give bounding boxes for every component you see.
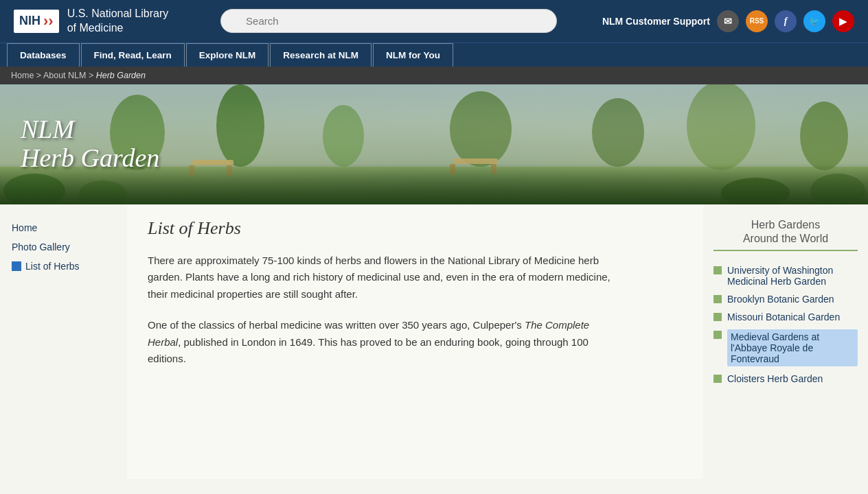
- herb-garden-link-label-2: Missouri Botanical Garden: [727, 311, 840, 322]
- hero-banner: NLM Herb Garden: [0, 84, 868, 204]
- youtube-icon[interactable]: ▶: [832, 10, 854, 32]
- page-title: List of Herbs: [148, 218, 683, 239]
- sidebar-item-home[interactable]: Home: [10, 218, 117, 237]
- search-area: 🔍: [220, 9, 557, 33]
- herb-bullet-1: [713, 295, 722, 303]
- paragraph-1: There are approximately 75-100 kinds of …: [148, 252, 615, 303]
- customer-support-label[interactable]: NLM Customer Support: [602, 16, 710, 27]
- svg-point-4: [323, 105, 364, 167]
- nav-items: Databases Find, Read, Learn Explore NLM …: [7, 43, 455, 67]
- breadcrumb-sep1: >: [36, 71, 43, 80]
- herb-bullet-2: [713, 313, 722, 321]
- svg-point-6: [592, 98, 644, 167]
- sidebar-item-photo-gallery[interactable]: Photo Gallery: [10, 237, 117, 257]
- breadcrumb-sep2: >: [89, 71, 96, 80]
- breadcrumb: Home > About NLM > Herb Garden: [0, 67, 868, 84]
- herb-garden-link-label-3: Medieval Gardens at l'Abbaye Royale de F…: [727, 329, 858, 366]
- herb-garden-link-label-4: Cloisters Herb Garden: [727, 373, 823, 384]
- nih-chevron: ››: [43, 12, 54, 30]
- active-indicator: [12, 261, 21, 271]
- facebook-icon[interactable]: f: [775, 10, 797, 32]
- logo-area: NIH ›› U.S. National Library of Medicine: [14, 7, 168, 36]
- svg-point-8: [800, 102, 848, 170]
- herb-bullet-3: [713, 331, 722, 339]
- nav-nlm-for-you[interactable]: NLM for You: [373, 43, 453, 67]
- svg-point-5: [450, 91, 512, 167]
- herb-garden-link-2[interactable]: Missouri Botanical Garden: [713, 308, 858, 326]
- hero-title: NLM Herb Garden: [0, 115, 159, 173]
- breadcrumb-current: Herb Garden: [96, 71, 146, 80]
- herb-garden-link-label-1: Brooklyn Botanic Garden: [727, 294, 834, 305]
- email-icon[interactable]: ✉: [717, 10, 739, 32]
- breadcrumb-home[interactable]: Home: [11, 71, 34, 80]
- right-sidebar-divider: [713, 250, 858, 251]
- nih-logo[interactable]: NIH ››: [14, 10, 59, 33]
- breadcrumb-about[interactable]: About NLM: [43, 71, 87, 80]
- paragraph-2: One of the classics of herbal medicine w…: [148, 317, 615, 368]
- right-sidebar: Herb Gardens Around the World University…: [703, 204, 868, 479]
- nav-explore-nlm[interactable]: Explore NLM: [186, 43, 269, 67]
- left-sidebar: Home Photo Gallery List of Herbs: [0, 204, 127, 479]
- svg-point-7: [687, 84, 755, 170]
- header-right: NLM Customer Support ✉ RSS f 🐦 ▶: [602, 10, 854, 32]
- main-navbar: Databases Find, Read, Learn Explore NLM …: [0, 43, 868, 67]
- sidebar-item-list-of-herbs[interactable]: List of Herbs: [10, 257, 117, 276]
- nav-find-read-learn[interactable]: Find, Read, Learn: [81, 43, 185, 67]
- main-content-wrapper: Home Photo Gallery List of Herbs List of…: [0, 204, 868, 479]
- nav-research-nlm[interactable]: Research at NLM: [270, 43, 372, 67]
- herb-garden-link-0[interactable]: University of Washington Medicinal Herb …: [713, 261, 858, 290]
- herb-garden-link-4[interactable]: Cloisters Herb Garden: [713, 370, 858, 388]
- search-input[interactable]: [220, 9, 557, 33]
- herb-garden-link-label-0: University of Washington Medicinal Herb …: [727, 265, 858, 287]
- herb-garden-links: University of Washington Medicinal Herb …: [713, 261, 858, 388]
- rss-icon[interactable]: RSS: [746, 10, 768, 32]
- para2-before-italic: One of the classics of herbal medicine w…: [148, 319, 525, 331]
- svg-point-3: [216, 84, 264, 167]
- herb-garden-link-3[interactable]: Medieval Gardens at l'Abbaye Royale de F…: [713, 326, 858, 370]
- herb-garden-link-1[interactable]: Brooklyn Botanic Garden: [713, 290, 858, 308]
- site-header: NIH ›› U.S. National Library of Medicine…: [0, 0, 868, 43]
- content-body: There are approximately 75-100 kinds of …: [148, 252, 683, 368]
- twitter-icon[interactable]: 🐦: [803, 10, 825, 32]
- org-title: U.S. National Library of Medicine: [67, 7, 169, 36]
- nav-databases[interactable]: Databases: [7, 43, 80, 67]
- right-sidebar-title: Herb Gardens Around the World: [713, 218, 858, 247]
- herb-bullet-0: [713, 266, 722, 274]
- herb-bullet-4: [713, 375, 722, 383]
- main-content: List of Herbs There are approximately 75…: [127, 204, 703, 479]
- para2-after-italic: , published in London in 1649. This has …: [148, 336, 589, 365]
- nih-label: NIH: [19, 14, 41, 28]
